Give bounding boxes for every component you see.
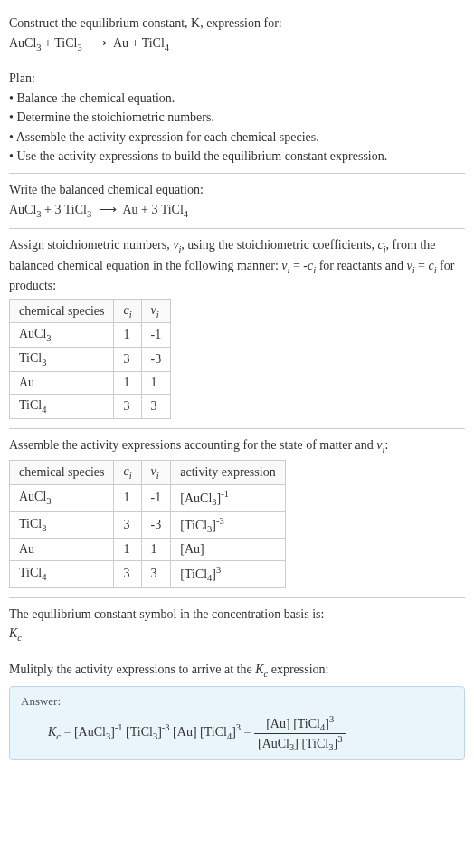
col-vi: νi <box>141 299 171 323</box>
cell-c: 3 <box>114 395 141 419</box>
cell-c: 1 <box>114 485 141 511</box>
cell-v: 3 <box>141 395 171 419</box>
col-species: chemical species <box>10 299 114 323</box>
table-row: TiCl3 3 -3 <box>10 348 171 372</box>
stoich-table: chemical species ci νi AuCl3 1 -1 TiCl3 … <box>9 299 171 419</box>
table-row: AuCl3 1 -1 <box>10 323 171 348</box>
cell-v: -1 <box>141 323 171 348</box>
table-header-row: chemical species ci νi <box>10 299 171 323</box>
plan-item-1: • Balance the chemical equation. <box>9 90 465 108</box>
plan-item-2: • Determine the stoichiometric numbers. <box>9 109 465 127</box>
cell-v: 1 <box>141 372 171 395</box>
col-ci: ci <box>114 299 141 323</box>
table-row: Au 1 1 [Au] <box>10 539 286 561</box>
multiply-section: Mulitply the activity expressions to arr… <box>9 653 465 766</box>
header-section: Construct the equilibrium constant, K, e… <box>9 7 465 62</box>
cell-v: -1 <box>141 485 171 511</box>
activity-table: chemical species ci νi activity expressi… <box>9 460 286 587</box>
cell-c: 3 <box>114 561 141 587</box>
plan-item-4: • Use the activity expressions to build … <box>9 148 465 166</box>
cell-species: TiCl4 <box>10 395 114 419</box>
table-row: AuCl3 1 -1 [AuCl3]-1 <box>10 485 286 511</box>
cell-v: 3 <box>141 561 171 587</box>
kc-line2: Kc <box>9 625 465 644</box>
balanced-section: Write the balanced chemical equation: Au… <box>9 174 465 229</box>
answer-label: Answer: <box>21 694 453 709</box>
cell-species: TiCl3 <box>10 511 114 538</box>
construct-line: Construct the equilibrium constant, K, e… <box>9 14 465 33</box>
table-row: TiCl4 3 3 <box>10 395 171 419</box>
plan-section: Plan: • Balance the chemical equation. •… <box>9 62 465 174</box>
stoich-intro: Assign stoichiometric numbers, νi, using… <box>9 236 465 295</box>
answer-numerator: [Au] [TiCl4]3 <box>254 714 346 733</box>
table-row: Au 1 1 <box>10 372 171 395</box>
activity-section: Assemble the activity expressions accoun… <box>9 429 465 598</box>
cell-c: 3 <box>114 511 141 538</box>
table-row: TiCl3 3 -3 [TiCl3]-3 <box>10 511 286 538</box>
col-activity: activity expression <box>171 461 285 485</box>
kc-symbol-section: The equilibrium constant symbol in the c… <box>9 598 465 653</box>
cell-c: 1 <box>114 323 141 348</box>
plan-title: Plan: <box>9 70 465 88</box>
cell-species: AuCl3 <box>10 485 114 511</box>
unbalanced-equation: AuCl3 + TiCl3 ⟶ Au + TiCl4 <box>9 34 465 54</box>
table-header-row: chemical species ci νi activity expressi… <box>10 461 286 485</box>
cell-c: 1 <box>114 372 141 395</box>
cell-v: 1 <box>141 539 171 561</box>
answer-denominator: [AuCl3] [TiCl3]3 <box>254 734 346 752</box>
kc-line1: The equilibrium constant symbol in the c… <box>9 606 465 624</box>
cell-species: AuCl3 <box>10 323 114 348</box>
answer-box: Answer: Kc = [AuCl3]-1 [TiCl3]-3 [Au] [T… <box>9 686 465 760</box>
cell-species: TiCl3 <box>10 348 114 372</box>
cell-ae: [Au] <box>171 539 285 561</box>
balanced-title: Write the balanced chemical equation: <box>9 181 465 199</box>
cell-species: Au <box>10 539 114 561</box>
table-row: TiCl4 3 3 [TiCl4]3 <box>10 561 286 587</box>
cell-c: 3 <box>114 348 141 372</box>
cell-ae: [TiCl4]3 <box>171 561 285 587</box>
answer-fraction: [Au] [TiCl4]3 [AuCl3] [TiCl3]3 <box>254 714 346 752</box>
col-vi: νi <box>141 461 171 485</box>
cell-species: TiCl4 <box>10 561 114 587</box>
cell-c: 1 <box>114 539 141 561</box>
plan-item-3: • Assemble the activity expression for e… <box>9 129 465 147</box>
cell-v: -3 <box>141 348 171 372</box>
construct-text: Construct the equilibrium constant, K, e… <box>9 16 282 30</box>
answer-expression: Kc = [AuCl3]-1 [TiCl3]-3 [Au] [TiCl4]3 =… <box>21 714 453 752</box>
activity-intro: Assemble the activity expressions accoun… <box>9 436 465 456</box>
stoich-section: Assign stoichiometric numbers, νi, using… <box>9 229 465 429</box>
cell-species: Au <box>10 372 114 395</box>
col-species: chemical species <box>10 461 114 485</box>
cell-ae: [AuCl3]-1 <box>171 485 285 511</box>
multiply-title: Mulitply the activity expressions to arr… <box>9 661 465 681</box>
col-ci: ci <box>114 461 141 485</box>
cell-v: -3 <box>141 511 171 538</box>
balanced-equation: AuCl3 + 3 TiCl3 ⟶ Au + 3 TiCl4 <box>9 201 465 221</box>
cell-ae: [TiCl3]-3 <box>171 511 285 538</box>
